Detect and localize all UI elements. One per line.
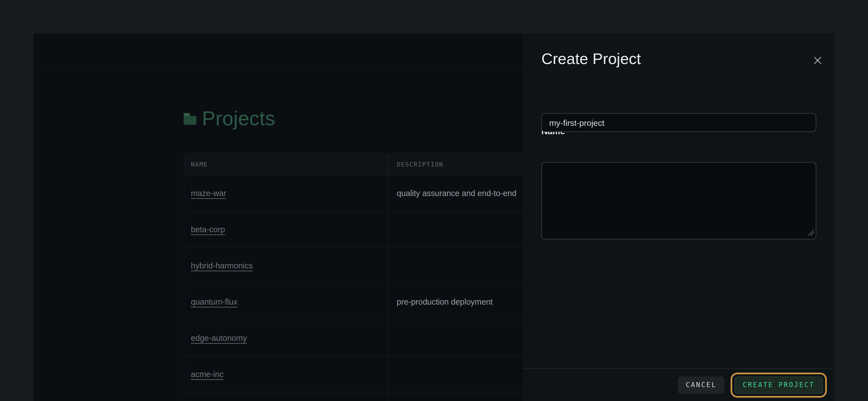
screen: Projects NAME DESCRIPTION maze-warqualit… xyxy=(0,0,868,401)
project-name-cell: hybrid-harmonics xyxy=(184,248,389,284)
project-name-cell: maze-war xyxy=(184,175,389,211)
projects-heading: Projects xyxy=(184,107,275,130)
project-link[interactable]: beta-corp xyxy=(191,225,225,234)
column-header-name: NAME xyxy=(184,154,389,175)
project-name-cell xyxy=(184,393,389,401)
submit-focus-ring: CREATE PROJECT xyxy=(731,372,827,397)
project-link[interactable]: quantum-flux xyxy=(191,297,238,306)
project-link[interactable]: acme-inc xyxy=(191,370,224,379)
project-name-cell: beta-corp xyxy=(184,212,389,247)
drawer-footer: CANCEL CREATE PROJECT xyxy=(523,368,835,401)
name-input[interactable] xyxy=(541,113,816,132)
description-textarea[interactable] xyxy=(541,162,816,239)
create-project-button[interactable]: CREATE PROJECT xyxy=(735,376,823,394)
project-link[interactable]: hybrid-harmonics xyxy=(191,261,253,270)
project-link[interactable]: edge-autonomy xyxy=(191,334,247,343)
page-title: Projects xyxy=(202,107,275,130)
project-description: quality assurance and end-to-end xyxy=(397,189,516,198)
project-name-cell: acme-inc xyxy=(184,356,389,392)
create-project-drawer: Create Project Name Description (Optiona… xyxy=(523,33,835,401)
cancel-button[interactable]: CANCEL xyxy=(678,376,724,394)
close-icon[interactable] xyxy=(813,56,822,65)
drawer-title: Create Project xyxy=(541,50,641,68)
project-name-cell: quantum-flux xyxy=(184,284,389,320)
app-window: Projects NAME DESCRIPTION maze-warqualit… xyxy=(33,33,835,401)
project-name-cell: edge-autonomy xyxy=(184,320,389,356)
project-link[interactable]: maze-war xyxy=(191,189,226,198)
project-description: pre-production deployment xyxy=(397,297,493,306)
folder-icon xyxy=(184,116,196,125)
